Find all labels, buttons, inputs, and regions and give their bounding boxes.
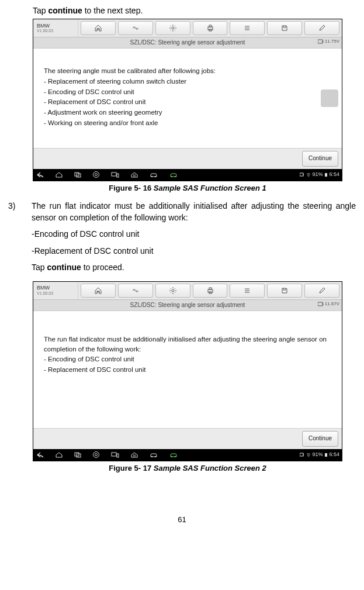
toolbar-link-btn[interactable]: [118, 284, 153, 298]
step3-para2: Tap continue to proceed.: [32, 261, 356, 273]
toolbar-print-btn[interactable]: [193, 21, 228, 35]
step3-bullet1: -Encoding of DSC control unit: [32, 228, 356, 240]
bottom-nav-bar: M 91% 6:54: [33, 449, 342, 461]
brand-block: BMW V1.00.03: [33, 19, 78, 37]
svg-point-34: [172, 289, 174, 292]
brand-version: V1.00.03: [37, 29, 78, 33]
content-line: - Replacement of DSC control unit: [44, 365, 336, 375]
status-right: 91% 6:54: [300, 451, 339, 458]
toolbar-save-btn[interactable]: [267, 284, 302, 298]
car-connected-icon[interactable]: [169, 172, 178, 178]
car-connected-icon[interactable]: [169, 452, 178, 458]
back-icon[interactable]: [37, 172, 44, 178]
subtitle-text: SZL/DSC: Steering angle sensor adjustmen…: [130, 39, 245, 47]
continue-button[interactable]: Continue: [302, 431, 338, 447]
brand-block: BMW V1.00.03: [33, 282, 78, 299]
svg-point-21: [95, 174, 98, 176]
svg-line-9: [175, 26, 175, 26]
chrome-icon[interactable]: [93, 451, 99, 458]
wifi-icon: [306, 453, 311, 457]
svg-point-25: [151, 176, 152, 177]
toolbar-link-btn[interactable]: [118, 21, 153, 35]
svg-rect-50: [323, 303, 324, 305]
recent-icon[interactable]: [74, 172, 81, 178]
toolbar-edit-btn[interactable]: [304, 21, 339, 35]
continue-button[interactable]: Continue: [302, 151, 338, 167]
pencil-icon: [318, 25, 325, 32]
battery-small-icon: [300, 453, 304, 457]
gear-icon: [169, 25, 176, 32]
svg-rect-30: [303, 174, 304, 175]
svg-line-6: [171, 26, 171, 26]
car-icon[interactable]: [150, 172, 158, 178]
caption-fig-title: Sample SAS Function Screen 2: [154, 464, 266, 472]
nav-home-icon[interactable]: [56, 452, 63, 458]
svg-line-39: [171, 288, 171, 289]
svg-point-60: [171, 456, 172, 457]
svg-rect-16: [318, 40, 323, 43]
page-number: 61: [8, 515, 356, 526]
voltage-value: 11.87V: [325, 301, 339, 308]
toolbar-edit-btn[interactable]: [304, 284, 339, 298]
toolbar-settings-btn[interactable]: [155, 284, 190, 298]
status-right: 91% 6:54: [300, 171, 339, 178]
svg-line-8: [171, 30, 171, 30]
devices-icon[interactable]: [111, 452, 119, 458]
svg-rect-23: [117, 174, 119, 177]
devices-icon[interactable]: [111, 172, 119, 178]
link-icon: [131, 288, 140, 294]
nav-home-m-icon[interactable]: M: [131, 172, 138, 178]
figure-1-caption: Figure 5- 16 Sample SAS Function Screen …: [33, 183, 342, 194]
svg-rect-49: [318, 302, 323, 306]
voltage-indicator: 11.87V: [318, 301, 339, 308]
svg-point-31: [308, 176, 308, 177]
svg-rect-29: [300, 173, 303, 176]
brand-version: V1.00.03: [37, 291, 78, 296]
svg-point-59: [155, 456, 156, 457]
toolbar: M: [78, 19, 342, 37]
save-icon: [281, 25, 288, 32]
wifi-icon: [306, 172, 311, 177]
content-header: The steering angle must be calibrated af…: [44, 66, 336, 76]
caption-fig-label: Figure 5- 16: [109, 184, 151, 192]
toolbar-save-btn[interactable]: [267, 21, 302, 35]
step3-para2-bold: continue: [47, 263, 81, 272]
svg-rect-44: [209, 288, 212, 289]
caption-fig-label: Figure 5- 17: [109, 464, 151, 472]
svg-rect-11: [209, 25, 212, 27]
recent-icon[interactable]: [74, 452, 81, 458]
chrome-icon[interactable]: [93, 171, 99, 178]
print-icon: [207, 25, 214, 32]
svg-line-40: [175, 292, 175, 293]
content-line: - Replacement of steering column switch …: [44, 77, 336, 87]
subtitle-text: SZL/DSC: Steering angle sensor adjustmen…: [130, 301, 245, 310]
save-icon: [281, 287, 288, 294]
svg-text:M: M: [96, 27, 99, 31]
voltage-indicator: 11.75V: [318, 38, 339, 45]
side-ghost-button[interactable]: [321, 89, 338, 107]
nav-home-icon[interactable]: [56, 172, 63, 178]
toolbar-settings-btn[interactable]: [155, 21, 190, 35]
car-icon[interactable]: [150, 452, 158, 458]
svg-rect-55: [112, 453, 116, 456]
intro-bold: continue: [48, 6, 82, 15]
nav-home-m-icon[interactable]: M: [131, 452, 138, 458]
svg-rect-56: [117, 454, 119, 457]
toolbar-home-btn[interactable]: M: [81, 21, 116, 35]
svg-point-53: [93, 452, 99, 458]
svg-rect-65: [325, 453, 327, 457]
brand-name: BMW: [37, 285, 78, 291]
svg-rect-62: [300, 453, 303, 456]
content-line: - Adjustment work on steering geometry: [44, 108, 336, 118]
back-icon[interactable]: [37, 452, 44, 458]
toolbar-list-btn[interactable]: [230, 284, 265, 298]
svg-line-42: [175, 288, 175, 289]
step-number: 3): [8, 200, 32, 278]
toolbar-home-btn[interactable]: M: [81, 284, 116, 298]
brand-name: BMW: [37, 23, 78, 29]
battery-vert-icon: [324, 453, 328, 457]
home-m-icon: M: [94, 25, 102, 32]
toolbar-print-btn[interactable]: [193, 284, 228, 298]
step3-para1: The run flat indicator must be additiona…: [32, 200, 356, 224]
toolbar-list-btn[interactable]: [230, 21, 265, 35]
